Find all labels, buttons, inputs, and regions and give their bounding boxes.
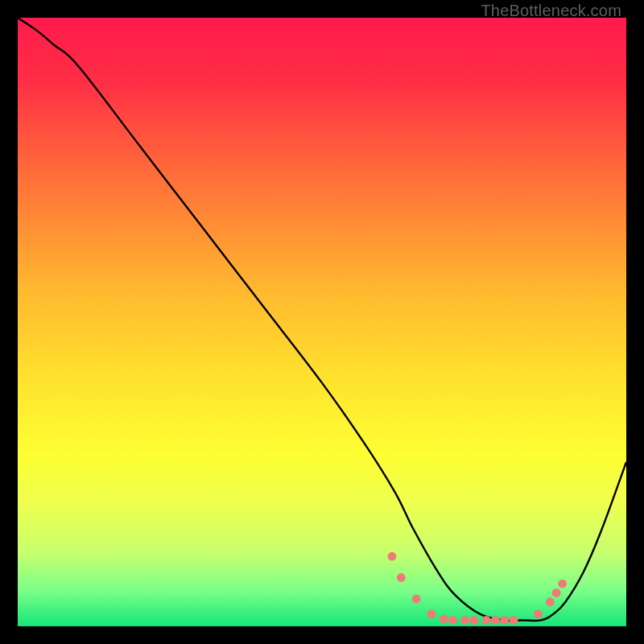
data-point [388, 552, 397, 561]
data-point [482, 616, 491, 625]
chart-background [18, 18, 626, 626]
data-point [440, 615, 448, 624]
data-point [397, 573, 406, 582]
data-point [448, 616, 457, 625]
chart-frame [18, 18, 626, 626]
data-point [558, 580, 567, 588]
data-point [412, 595, 421, 604]
data-point [427, 609, 436, 618]
data-point [491, 616, 500, 625]
data-point [510, 616, 518, 625]
data-point [460, 616, 469, 625]
bottleneck-chart [18, 18, 626, 626]
data-point [534, 609, 543, 618]
data-point [470, 616, 479, 625]
data-point [546, 597, 555, 606]
data-point [500, 616, 509, 625]
data-point [552, 588, 561, 597]
